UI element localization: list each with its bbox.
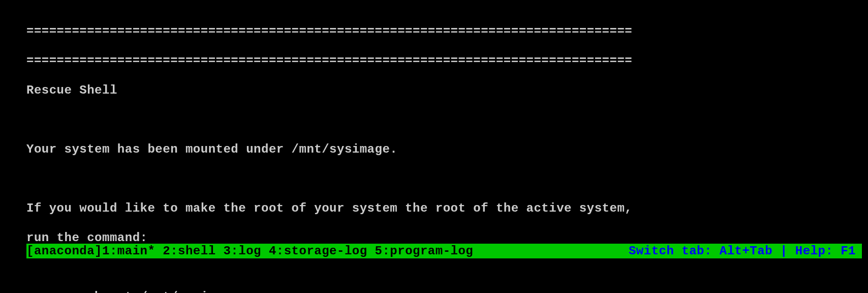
mounted-message: Your system has been mounted under /mnt/… — [26, 142, 868, 157]
blank-line — [26, 171, 868, 186]
blank-line — [26, 260, 868, 275]
root-message-2: run the command: — [26, 230, 868, 245]
blank-line — [26, 112, 868, 127]
divider-line: ========================================… — [26, 24, 868, 39]
tmux-status-bar: [anaconda]1:main* 2:shell 3:log 4:storag… — [26, 244, 862, 258]
rescue-title: Rescue Shell — [26, 83, 868, 98]
divider-line: ========================================… — [26, 53, 868, 68]
status-bar-left: [anaconda]1:main* 2:shell 3:log 4:storag… — [26, 244, 629, 258]
root-message-1: If you would like to make the root of yo… — [26, 201, 868, 216]
anaconda-prefix: [anaconda] — [26, 244, 102, 258]
tab-list[interactable]: 1:main* 2:shell 3:log 4:storage-log 5:pr… — [102, 244, 473, 258]
status-bar-help: Switch tab: Alt+Tab | Help: F1 — [629, 244, 862, 258]
chroot-command: chroot /mnt/sysimage — [26, 289, 868, 293]
